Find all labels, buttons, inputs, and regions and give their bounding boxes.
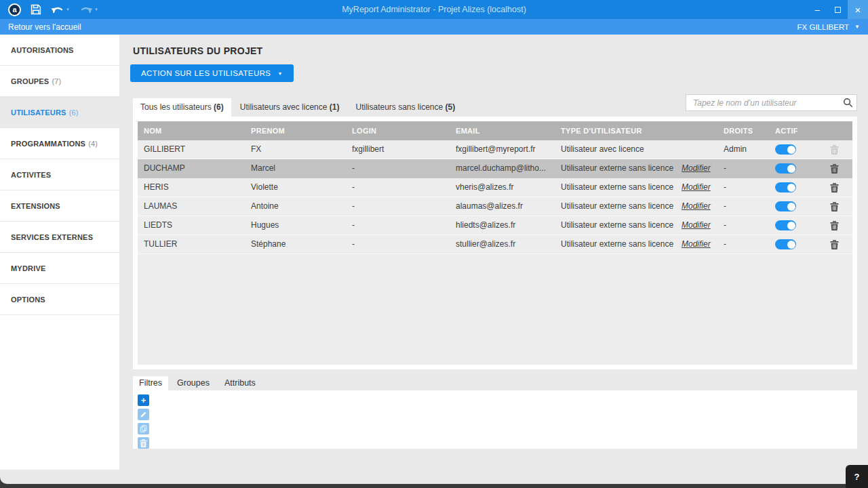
modifier-link[interactable]: Modifier (675, 216, 717, 235)
appbar: Retour vers l'accueil FX GILLIBERT ▼ (0, 19, 868, 35)
users-table: NOM PRENOM LOGIN EMAIL TYPE D'UTILISATEU… (138, 121, 852, 365)
trash-icon (830, 240, 839, 249)
delete-user-button[interactable] (830, 221, 839, 230)
col-actions (816, 121, 852, 140)
sidebar-item-services-externes[interactable]: SERVICES EXTERNES (0, 222, 119, 253)
back-to-home-link[interactable]: Retour vers l'accueil (8, 22, 81, 32)
active-toggle[interactable] (775, 239, 796, 249)
sidebar-item-utilisateurs[interactable]: UTILISATEURS(6) (0, 97, 119, 128)
help-button[interactable]: ? (846, 465, 868, 488)
redo-caret-icon: ▼ (94, 7, 98, 12)
cell-prenom: Violette (245, 178, 346, 197)
page-title: UTILISATEURS DU PROJET (133, 45, 868, 56)
active-toggle[interactable] (775, 163, 796, 174)
modifier-link[interactable]: Modifier (675, 178, 717, 197)
delete-user-button[interactable] (830, 164, 839, 174)
window-title: MyReport Administrator - Projet Alizes (… (0, 5, 868, 14)
col-type: TYPE D'UTILISATEUR (555, 121, 675, 140)
undo-button[interactable]: ▼ (51, 5, 70, 15)
tab-utilisateurs-avec-licence[interactable]: Utilisateurs avec licence (1) (233, 98, 347, 117)
table-row[interactable]: DUCHAMP Marcel - marcel.duchamp@litho...… (138, 159, 852, 178)
sidebar-item-groupes[interactable]: GROUPES(7) (0, 66, 119, 97)
sidebar-item-autorisations[interactable]: AUTORISATIONS (0, 35, 119, 66)
col-prenom: PRENOM (245, 121, 346, 140)
cell-prenom: Marcel (245, 159, 346, 178)
cell-nom: GILLIBERT (138, 140, 245, 159)
sidebar-item-mydrive[interactable]: MYDRIVE (0, 253, 119, 284)
table-body: GILLIBERT FX fxgillibert fxgillibert@myr… (138, 140, 852, 254)
cell-type: Utilisateur externe sans licence (555, 159, 675, 178)
search-input[interactable] (686, 98, 839, 108)
sidebar: AUTORISATIONS GROUPES(7) UTILISATEURS(6)… (0, 35, 119, 470)
cell-actions (816, 178, 852, 197)
tab-groupes[interactable]: Groupes (171, 376, 216, 390)
cell-actif (769, 216, 816, 235)
cell-type: Utilisateur externe sans licence (555, 235, 675, 253)
sidebar-item-programmations[interactable]: PROGRAMMATIONS(4) (0, 128, 119, 159)
maximize-button[interactable] (827, 0, 848, 19)
table-row[interactable]: LAUMAS Antoine - alaumas@alizes.fr Utili… (138, 197, 852, 216)
cell-actions (816, 159, 852, 178)
undo-caret-icon: ▼ (66, 7, 70, 12)
search-icon[interactable] (839, 98, 856, 108)
cell-actions (816, 235, 852, 253)
save-button[interactable] (31, 4, 41, 15)
user-actions-button[interactable]: ACTION SUR LES UTILISATEURS ▼ (130, 64, 294, 82)
col-email: EMAIL (450, 121, 555, 140)
cell-droits: - (717, 197, 769, 216)
table-row[interactable]: LIEDTS Hugues - hliedts@alizes.fr Utilis… (138, 216, 852, 235)
app-window: a ▼ ▼ (0, 0, 868, 484)
sidebar-item-extensions[interactable]: EXTENSIONS (0, 190, 119, 222)
titlebar: a ▼ ▼ (0, 0, 868, 19)
cell-login: - (346, 197, 450, 216)
main-content: UTILISATEURS DU PROJET ACTION SUR LES UT… (119, 35, 868, 484)
active-toggle[interactable] (775, 220, 796, 230)
cell-login: - (346, 216, 450, 235)
cell-droits: Admin (717, 140, 769, 159)
cell-login: - (346, 235, 450, 253)
undo-icon (51, 5, 64, 15)
redo-icon (79, 5, 93, 15)
modifier-link[interactable]: Modifier (675, 235, 717, 253)
sidebar-item-options[interactable]: OPTIONS (0, 284, 119, 315)
minimize-button[interactable]: – (807, 0, 827, 19)
sidebar-item-activites[interactable]: ACTIVITES (0, 159, 119, 190)
active-toggle[interactable] (775, 201, 796, 211)
pencil-icon (140, 411, 147, 418)
cell-prenom: FX (245, 140, 346, 159)
search-box (686, 94, 857, 111)
cell-type: Utilisateur externe sans licence (555, 216, 675, 235)
duplicate-filter-button (138, 423, 149, 434)
cell-actions (816, 197, 852, 216)
table-row[interactable]: GILLIBERT FX fxgillibert fxgillibert@myr… (138, 140, 852, 159)
delete-user-button[interactable] (830, 202, 839, 211)
cell-nom: DUCHAMP (138, 159, 245, 178)
cell-email: alaumas@alizes.fr (450, 197, 555, 216)
modifier-link[interactable]: Modifier (675, 159, 717, 178)
cell-type: Utilisateur externe sans licence (555, 197, 675, 216)
table-row[interactable]: TULLIER Stéphane - stullier@alizes.fr Ut… (138, 235, 852, 254)
redo-button[interactable]: ▼ (79, 5, 98, 15)
modifier-link[interactable]: Modifier (675, 197, 717, 216)
user-menu[interactable]: FX GILLIBERT ▼ (797, 23, 860, 31)
delete-user-button[interactable] (830, 240, 839, 249)
active-toggle[interactable] (775, 182, 796, 192)
add-filter-button[interactable]: + (138, 394, 149, 406)
cell-prenom: Hugues (245, 216, 346, 235)
active-toggle[interactable] (775, 144, 796, 155)
tab-filtres[interactable]: Filtres (133, 376, 168, 390)
cell-droits: - (717, 159, 769, 178)
cell-actif (769, 235, 816, 253)
chevron-down-icon: ▼ (277, 71, 282, 76)
tab-attributs[interactable]: Attributs (218, 376, 262, 390)
delete-user-button[interactable] (830, 183, 839, 192)
col-actif: ACTIF (769, 121, 816, 140)
cell-nom: LIEDTS (138, 216, 245, 235)
close-button[interactable]: × (848, 0, 868, 19)
cell-email: marcel.duchamp@litho... (450, 159, 555, 178)
tab-tous-les-utilisateurs[interactable]: Tous les utilisateurs (6) (133, 98, 231, 117)
table-row[interactable]: HERIS Violette - vheris@alizes.fr Utilis… (138, 178, 852, 197)
maximize-icon (835, 7, 841, 13)
tab-utilisateurs-sans-licence[interactable]: Utilisateurs sans licence (5) (348, 98, 462, 117)
chevron-down-icon: ▼ (854, 24, 860, 30)
